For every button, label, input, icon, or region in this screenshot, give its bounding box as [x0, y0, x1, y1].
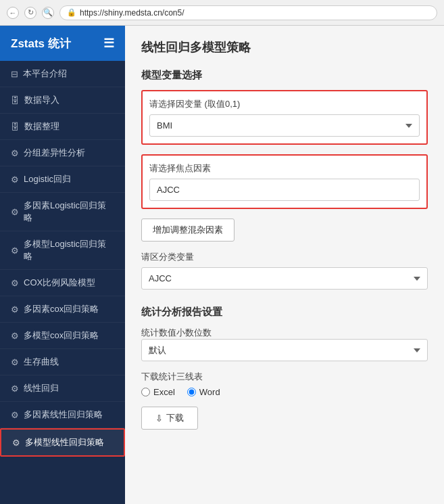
survival-icon: ⚙	[11, 357, 19, 367]
multi-logistic-icon: ⚙	[11, 207, 19, 217]
sidebar-item-linear[interactable]: ⚙ 线性回归	[0, 375, 125, 402]
multi-linear-icon: ⚙	[11, 410, 19, 420]
outcome-group: 请选择因变量 (取值0,1) BMI	[141, 90, 428, 145]
menu-icon[interactable]: ☰	[103, 36, 114, 51]
sidebar-item-multi-cox[interactable]: ⚙ 多因素cox回归策略	[0, 296, 125, 323]
search-button[interactable]: 🔍	[42, 7, 54, 19]
decimal-label: 统计数值小数位数	[141, 327, 212, 338]
sidebar-item-label: 多因素Logistic回归策略	[24, 200, 114, 224]
sidebar-item-clean[interactable]: 🗄 数据整理	[0, 114, 125, 140]
cox-icon: ⚙	[11, 278, 19, 288]
format-excel-label: Excel	[153, 387, 175, 397]
sidebar-item-label: 多模型cox回归策略	[24, 329, 99, 342]
sidebar-item-label: 多模型线性回归策略	[25, 436, 104, 449]
format-word-radio[interactable]	[187, 388, 196, 396]
browser-chrome: ← ↻ 🔍 🔒 https://shiny.medsta.cn/con5/	[0, 0, 444, 26]
sidebar-nav: ⊟ 本平台介绍 🗄 数据导入 🗄 数据整理 ⚙ 分组差异性分析 ⚙ Logist…	[0, 61, 125, 504]
logistic-icon: ⚙	[11, 175, 19, 185]
download-icon: ⇩	[155, 413, 163, 423]
download-format-group: 下载统计三线表 Excel Word	[141, 371, 428, 397]
url-text: https://shiny.medsta.cn/con5/	[80, 8, 184, 18]
import-icon: 🗄	[11, 95, 20, 106]
sidebar-item-intro[interactable]: ⊟ 本平台介绍	[0, 61, 125, 87]
sidebar: Zstats 统计 ☰ ⊟ 本平台介绍 🗄 数据导入 🗄 数据整理 ⚙ 分组差异…	[0, 26, 125, 504]
sidebar-item-label: COX比例风险模型	[24, 277, 95, 289]
decimal-group: 统计数值小数位数 默认	[141, 327, 428, 361]
sidebar-item-label: 多因素cox回归策略	[24, 303, 99, 315]
categorical-label: 请区分类变量	[141, 251, 428, 263]
sidebar-item-label: 本平台介绍	[23, 68, 67, 80]
sidebar-item-label: 生存曲线	[24, 356, 59, 368]
focus-label: 请选择焦点因素	[149, 162, 420, 175]
outcome-label: 请选择因变量 (取值0,1)	[149, 98, 420, 110]
group-diff-icon: ⚙	[11, 148, 19, 158]
back-button[interactable]: ←	[7, 7, 19, 19]
sidebar-item-label: 分组差异性分析	[24, 147, 85, 159]
page-title: 线性回归多模型策略	[141, 39, 428, 55]
report-section: 统计分析报告设置 统计数值小数位数 默认 下载统计三线表 Excel	[141, 306, 428, 430]
add-confounder-group: 增加调整混杂因素	[141, 219, 428, 242]
format-excel-option[interactable]: Excel	[141, 387, 175, 397]
sidebar-item-label: 多模型Logistic回归策略	[24, 238, 114, 262]
format-radio-group: Excel Word	[141, 387, 428, 397]
outcome-select[interactable]: BMI	[149, 114, 420, 137]
categorical-group: 请区分类变量 AJCC	[141, 251, 428, 290]
focus-input[interactable]	[149, 179, 420, 201]
format-excel-radio[interactable]	[141, 388, 150, 396]
decimal-select[interactable]: 默认	[141, 339, 428, 361]
app-container: Zstats 统计 ☰ ⊟ 本平台介绍 🗄 数据导入 🗄 数据整理 ⚙ 分组差异…	[0, 26, 444, 504]
categorical-select[interactable]: AJCC	[141, 267, 428, 290]
multi-model-logistic-icon: ⚙	[11, 246, 19, 256]
report-section-title: 统计分析报告设置	[141, 306, 428, 319]
sidebar-item-group-diff[interactable]: ⚙ 分组差异性分析	[0, 140, 125, 166]
add-confounder-button[interactable]: 增加调整混杂因素	[141, 219, 235, 242]
url-bar[interactable]: 🔒 https://shiny.medsta.cn/con5/	[59, 5, 437, 20]
multi-model-linear-icon: ⚙	[12, 438, 20, 448]
download-label: 下载	[166, 412, 184, 424]
sidebar-item-multi-model-logistic[interactable]: ⚙ 多模型Logistic回归策略	[0, 231, 125, 270]
sidebar-item-multi-logistic[interactable]: ⚙ 多因素Logistic回归策略	[0, 193, 125, 231]
format-word-label: Word	[199, 387, 220, 397]
model-section: 模型变量选择 请选择因变量 (取值0,1) BMI 请选择焦点因素 增加调整混杂…	[141, 69, 428, 290]
sidebar-item-label: 数据整理	[24, 120, 59, 133]
intro-icon: ⊟	[11, 69, 18, 79]
format-word-option[interactable]: Word	[187, 387, 220, 397]
sidebar-header: Zstats 统计 ☰	[0, 26, 125, 61]
focus-group: 请选择焦点因素	[141, 154, 428, 209]
model-section-title: 模型变量选择	[141, 69, 428, 82]
sidebar-item-label: 线性回归	[24, 382, 59, 394]
refresh-button[interactable]: ↻	[24, 7, 36, 19]
multi-cox-icon: ⚙	[11, 304, 19, 315]
sidebar-item-label: 数据导入	[24, 94, 59, 106]
sidebar-item-survival[interactable]: ⚙ 生存曲线	[0, 349, 125, 375]
sidebar-item-import[interactable]: 🗄 数据导入	[0, 87, 125, 114]
sidebar-item-multi-linear[interactable]: ⚙ 多因素线性回归策略	[0, 402, 125, 428]
sidebar-item-cox[interactable]: ⚙ COX比例风险模型	[0, 270, 125, 296]
app-title: Zstats 统计	[11, 36, 71, 51]
lock-icon: 🔒	[67, 8, 76, 17]
sidebar-item-logistic[interactable]: ⚙ Logistic回归	[0, 166, 125, 193]
clean-icon: 🗄	[11, 122, 20, 132]
main-content: 线性回归多模型策略 模型变量选择 请选择因变量 (取值0,1) BMI 请选择焦…	[125, 26, 444, 504]
download-table-label: 下载统计三线表	[141, 371, 203, 382]
sidebar-item-multi-model-cox[interactable]: ⚙ 多模型cox回归策略	[0, 323, 125, 349]
sidebar-item-label: 多因素线性回归策略	[24, 409, 103, 421]
linear-icon: ⚙	[11, 384, 19, 394]
multi-model-cox-icon: ⚙	[11, 331, 19, 341]
download-button[interactable]: ⇩ 下载	[141, 407, 198, 430]
download-btn-group: ⇩ 下载	[141, 407, 428, 430]
sidebar-item-label: Logistic回归	[24, 173, 71, 185]
sidebar-item-multi-model-linear[interactable]: ⚙ 多模型线性回归策略	[0, 428, 125, 457]
